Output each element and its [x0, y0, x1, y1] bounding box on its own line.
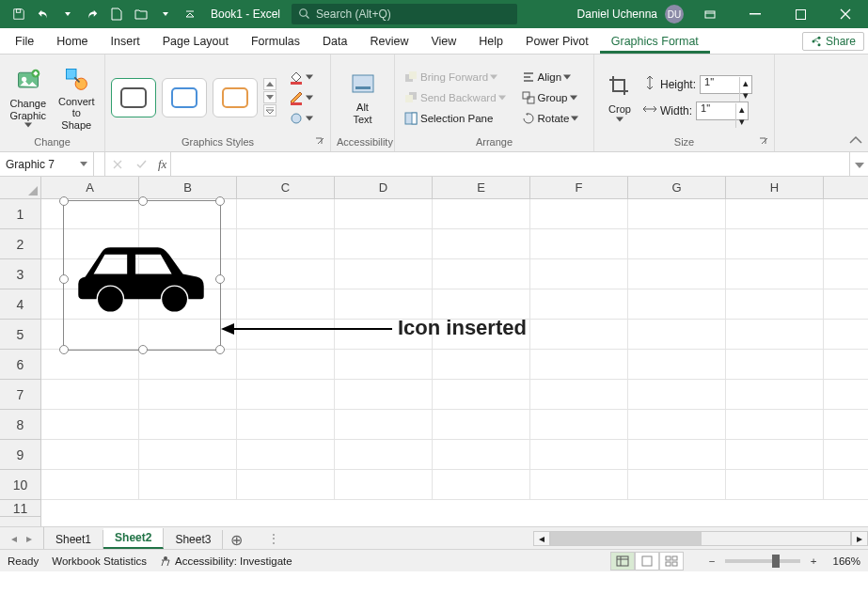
graphics-fill-button[interactable]: [286, 68, 316, 86]
search-box[interactable]: Search (Alt+Q): [292, 4, 517, 24]
row-header[interactable]: 8: [0, 410, 40, 440]
resize-handle-s[interactable]: [138, 345, 148, 354]
open-file-icon[interactable]: [130, 3, 152, 25]
zoom-level[interactable]: 166%: [827, 555, 860, 567]
col-header[interactable]: E: [433, 177, 530, 198]
col-header[interactable]: B: [139, 177, 237, 198]
worksheet-grid[interactable]: A B C D E F G H 1 2 3 4 5 6 7 8 9 10 11: [0, 177, 868, 526]
tab-formulas[interactable]: Formulas: [240, 31, 311, 54]
tab-graphics-format[interactable]: Graphics Format: [600, 31, 710, 54]
alt-text-button[interactable]: Alt Text: [339, 68, 387, 126]
row-header[interactable]: 10: [0, 470, 40, 500]
hscroll-track[interactable]: [550, 531, 851, 546]
tab-data[interactable]: Data: [311, 31, 358, 54]
style-up-icon[interactable]: [263, 78, 276, 90]
resize-handle-ne[interactable]: [215, 196, 225, 206]
style-more-icon[interactable]: [263, 104, 276, 117]
row-header[interactable]: 6: [0, 350, 40, 380]
insert-function-icon[interactable]: fx: [154, 152, 170, 176]
hscroll-right-icon[interactable]: ▸: [851, 531, 868, 546]
send-backward-button[interactable]: Send Backward: [401, 88, 509, 107]
rotate-button[interactable]: Rotate: [518, 109, 582, 128]
undo-dropdown-icon[interactable]: [56, 3, 79, 25]
autosave-icon[interactable]: [8, 3, 30, 25]
formula-input[interactable]: [170, 152, 849, 176]
zoom-thumb[interactable]: [772, 555, 780, 568]
redo-icon[interactable]: [81, 3, 103, 25]
collapse-ribbon-icon[interactable]: [849, 134, 862, 148]
height-up-icon[interactable]: ▴: [739, 77, 750, 89]
change-graphic-button[interactable]: Change Graphic: [6, 64, 51, 130]
select-all-corner[interactable]: [0, 177, 41, 199]
selection-pane-button[interactable]: Selection Pane: [401, 109, 509, 128]
maximize-icon[interactable]: [781, 0, 819, 28]
tab-view[interactable]: View: [419, 31, 467, 54]
row-header[interactable]: 4: [0, 289, 40, 320]
page-break-view-icon[interactable]: [659, 552, 684, 571]
row-header[interactable]: 11: [0, 500, 40, 517]
convert-to-shape-button[interactable]: Convert to Shape: [55, 62, 100, 132]
style-thumb-1[interactable]: [111, 78, 156, 117]
row-header[interactable]: 1: [0, 199, 40, 229]
tab-page-layout[interactable]: Page Layout: [151, 31, 240, 54]
row-header[interactable]: 5: [0, 320, 40, 350]
resize-handle-sw[interactable]: [59, 345, 69, 354]
height-input[interactable]: 1"▴▾: [700, 75, 752, 94]
col-header[interactable]: A: [41, 177, 139, 198]
zoom-out-icon[interactable]: −: [704, 554, 719, 569]
sheet-nav-prev-icon[interactable]: ◂: [9, 532, 19, 545]
group-button[interactable]: Group: [518, 88, 582, 107]
open-dropdown-icon[interactable]: [154, 3, 177, 25]
resize-handle-e[interactable]: [215, 274, 225, 284]
sheet-tab[interactable]: Sheet3: [164, 530, 223, 549]
name-box[interactable]: Graphic 7: [0, 152, 94, 176]
align-button[interactable]: Align: [518, 68, 582, 86]
workbook-stats[interactable]: Workbook Statistics: [52, 555, 147, 567]
sheet-nav-next-icon[interactable]: ▸: [24, 532, 34, 545]
height-down-icon[interactable]: ▾: [739, 89, 750, 102]
tab-scroll-menu-icon[interactable]: ⋮: [268, 532, 279, 545]
tab-power-pivot[interactable]: Power Pivot: [514, 31, 600, 54]
crop-button[interactable]: Crop: [600, 70, 639, 124]
col-header[interactable]: H: [726, 177, 824, 198]
resize-handle-nw[interactable]: [59, 196, 69, 206]
hscroll-thumb[interactable]: [551, 532, 702, 545]
width-input[interactable]: 1"▴▾: [696, 102, 749, 120]
resize-handle-w[interactable]: [59, 274, 69, 284]
width-down-icon[interactable]: ▾: [735, 116, 747, 128]
zoom-in-icon[interactable]: +: [806, 554, 821, 569]
ribbon-display-icon[interactable]: [691, 0, 729, 28]
tab-review[interactable]: Review: [358, 31, 419, 54]
size-launcher-icon[interactable]: [759, 136, 772, 149]
minimize-icon[interactable]: [736, 0, 774, 28]
zoom-slider[interactable]: [725, 559, 800, 563]
style-thumb-2[interactable]: [162, 78, 207, 117]
tab-help[interactable]: Help: [467, 31, 514, 54]
hscroll-left-icon[interactable]: ◂: [533, 531, 550, 546]
resize-handle-se[interactable]: [215, 345, 225, 354]
cancel-formula-icon[interactable]: [105, 152, 130, 176]
style-thumb-3[interactable]: [213, 78, 258, 117]
row-header[interactable]: 2: [0, 229, 40, 259]
close-icon[interactable]: [827, 0, 864, 28]
row-header[interactable]: 7: [0, 380, 40, 410]
col-header[interactable]: C: [237, 177, 335, 198]
col-header[interactable]: D: [335, 177, 433, 198]
style-down-icon[interactable]: [263, 91, 276, 103]
enter-formula-icon[interactable]: [130, 152, 154, 176]
tab-file[interactable]: File: [4, 31, 45, 54]
graphics-outline-button[interactable]: [286, 88, 316, 107]
styles-launcher-icon[interactable]: [315, 136, 328, 149]
row-header[interactable]: 3: [0, 259, 40, 289]
share-button[interactable]: Share: [802, 32, 864, 51]
expand-formula-bar-icon[interactable]: [849, 152, 868, 176]
graphics-effects-button[interactable]: [286, 109, 316, 128]
new-file-icon[interactable]: [105, 3, 128, 25]
add-sheet-icon[interactable]: ⊕: [223, 531, 249, 549]
bring-forward-button[interactable]: Bring Forward: [401, 68, 509, 86]
tab-insert[interactable]: Insert: [100, 31, 151, 54]
page-layout-view-icon[interactable]: [635, 552, 659, 571]
col-header[interactable]: G: [628, 177, 726, 198]
col-header[interactable]: F: [530, 177, 628, 198]
undo-icon[interactable]: [32, 3, 55, 25]
